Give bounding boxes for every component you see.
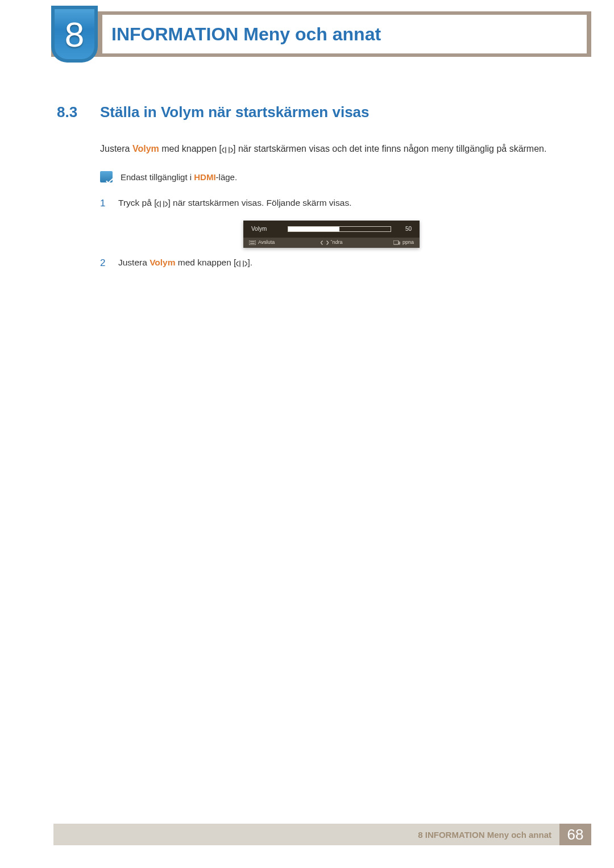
chapter-title-box: INFORMATION Meny och annat — [102, 15, 587, 53]
osd-figure: Volym 50 Avsluta ˆndra ppna — [100, 221, 563, 248]
leftright-arrows-icon — [321, 240, 329, 245]
step-1-text: Tryck på [] när startskärmen visas. Följ… — [118, 196, 352, 211]
content-area: Justera Volym med knappen [] när startsk… — [100, 142, 563, 280]
osd-volume-fill — [288, 227, 339, 231]
chapter-title: INFORMATION Meny och annat — [111, 24, 381, 45]
note-text: Endast tillgängligt i HDMI-läge. — [121, 171, 237, 184]
step-1: 1 Tryck på [] när startskärmen visas. Fö… — [100, 196, 563, 211]
step-2: 2 Justera Volym med knappen []. — [100, 256, 563, 271]
hdmi-emph: HDMI — [194, 172, 215, 182]
leftright-icon — [156, 198, 168, 211]
note-row: Endast tillgängligt i HDMI-läge. — [100, 171, 563, 184]
volym-emph: Volym — [150, 258, 175, 267]
section-heading: 8.3 Ställa in Volym när startskärmen vis… — [57, 103, 574, 121]
osd-open-label: ppna — [403, 239, 414, 247]
section-title: Ställa in Volym när startskärmen visas — [100, 103, 370, 121]
footer-page-number: 68 — [559, 824, 591, 845]
leftright-icon — [236, 258, 247, 271]
osd-volume-bar — [288, 226, 391, 232]
svg-rect-0 — [249, 240, 256, 245]
note-icon — [100, 171, 113, 182]
osd-open-group: ppna — [361, 239, 414, 247]
osd-volume-label: Volym — [251, 225, 282, 234]
osd-adjust-group: ˆndra — [305, 239, 358, 247]
section-number: 8.3 — [57, 103, 86, 121]
footer-text: 8 INFORMATION Meny och annat — [418, 830, 559, 840]
step-2-number: 2 — [100, 256, 110, 271]
osd-exit-label: Avsluta — [258, 239, 275, 247]
volym-emph: Volym — [132, 144, 159, 153]
chapter-badge: 8 — [51, 6, 98, 63]
enter-icon — [393, 240, 400, 246]
osd-panel: Volym 50 Avsluta ˆndra ppna — [243, 221, 420, 248]
osd-volume-value: 50 — [397, 225, 412, 234]
footer-bar: 8 INFORMATION Meny och annat 68 — [53, 824, 591, 845]
step-1-number: 1 — [100, 196, 110, 211]
osd-exit-group: Avsluta — [249, 239, 302, 247]
leftright-icon — [222, 144, 233, 158]
intro-paragraph: Justera Volym med knappen [] när startsk… — [100, 142, 563, 158]
osd-bottom-row: Avsluta ˆndra ppna — [243, 238, 420, 248]
osd-adjust-label: ˆndra — [331, 239, 343, 247]
step-2-text: Justera Volym med knappen []. — [118, 256, 252, 271]
osd-top-row: Volym 50 — [243, 221, 420, 238]
menu-icon — [249, 240, 256, 245]
svg-rect-3 — [393, 240, 399, 244]
chapter-number: 8 — [65, 14, 84, 55]
